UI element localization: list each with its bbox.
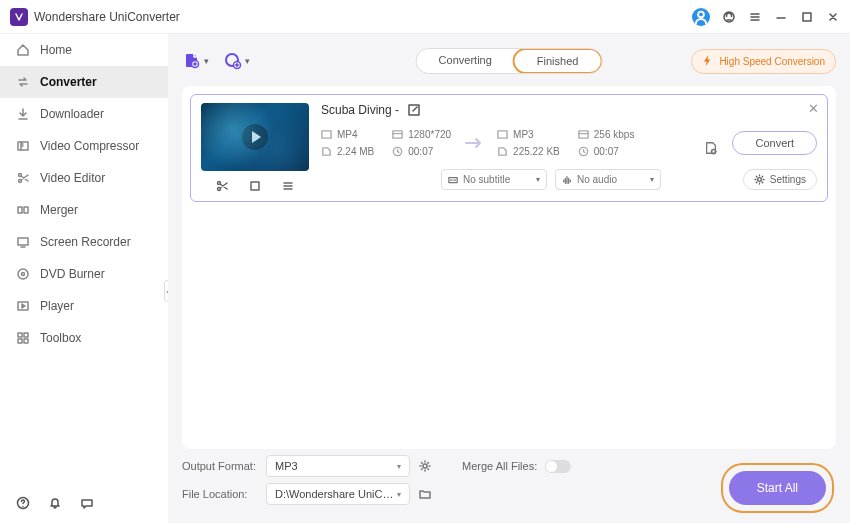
file-info: Scuba Diving - MP4 1280*720 2.24 MB 00:0… — [321, 103, 817, 193]
high-speed-label: High Speed Conversion — [719, 56, 825, 67]
chevron-down-icon: ▾ — [397, 490, 401, 499]
svg-point-10 — [22, 273, 25, 276]
svg-point-9 — [18, 269, 28, 279]
grid-icon — [16, 331, 30, 345]
dst-format: MP3 — [513, 129, 534, 140]
user-avatar[interactable] — [692, 8, 710, 26]
sidebar-item-home[interactable]: Home — [0, 34, 168, 66]
svg-point-0 — [698, 11, 704, 17]
file-settings-button[interactable]: Settings — [743, 169, 817, 190]
subtitle-value: No subtitle — [463, 174, 510, 185]
src-resolution: 1280*720 — [408, 129, 451, 140]
merger-icon — [16, 203, 30, 217]
sidebar-item-label: Toolbox — [40, 331, 81, 345]
dst-size: 225.22 KB — [513, 146, 560, 157]
card-close-icon[interactable]: ✕ — [808, 101, 819, 116]
chevron-down-icon: ▾ — [536, 175, 540, 184]
add-url-button[interactable]: ▾ — [223, 51, 250, 71]
audio-select[interactable]: No audio ▾ — [555, 169, 661, 190]
high-speed-button[interactable]: High Speed Conversion — [691, 49, 836, 74]
tab-converting[interactable]: Converting — [417, 49, 514, 73]
sidebar-item-label: Player — [40, 299, 74, 313]
add-file-button[interactable]: ▾ — [182, 51, 209, 71]
sidebar-item-recorder[interactable]: Screen Recorder — [0, 226, 168, 258]
sidebar-item-label: Home — [40, 43, 72, 57]
sidebar-item-editor[interactable]: Video Editor — [0, 162, 168, 194]
output-format-select[interactable]: MP3 ▾ — [266, 455, 410, 477]
tab-finished[interactable]: Finished — [513, 48, 603, 74]
start-all-button[interactable]: Start All — [729, 471, 826, 505]
status-tabs: Converting Finished — [416, 48, 603, 74]
sidebar-item-dvd[interactable]: DVD Burner — [0, 258, 168, 290]
start-all-highlight: Start All — [721, 463, 834, 513]
sidebar-item-toolbox[interactable]: Toolbox — [0, 322, 168, 354]
sidebar-item-label: Merger — [40, 203, 78, 217]
minimize-icon[interactable] — [774, 10, 788, 24]
trim-icon[interactable] — [215, 179, 229, 193]
svg-rect-25 — [393, 131, 402, 138]
thumb-tools — [201, 179, 309, 193]
file-list: ✕ Scuba Diving - — [182, 86, 836, 449]
sidebar-item-downloader[interactable]: Downloader — [0, 98, 168, 130]
file-location-label: File Location: — [182, 488, 258, 500]
target-specs: MP3 256 kbps 225.22 KB 00:07 — [497, 129, 634, 157]
play-icon — [16, 299, 30, 313]
home-icon — [16, 43, 30, 57]
subtitle-select[interactable]: No subtitle ▾ — [441, 169, 547, 190]
close-icon[interactable] — [826, 10, 840, 24]
output-format-value: MP3 — [275, 460, 298, 472]
dst-duration: 00:07 — [594, 146, 619, 157]
settings-label: Settings — [770, 174, 806, 185]
merge-label: Merge All Files: — [462, 460, 537, 472]
file-location-value: D:\Wondershare UniConverter — [275, 488, 397, 500]
scissors-icon — [16, 171, 30, 185]
menu-icon[interactable] — [748, 10, 762, 24]
dst-bitrate: 256 kbps — [594, 129, 635, 140]
sidebar-item-label: Downloader — [40, 107, 104, 121]
svg-rect-15 — [24, 339, 28, 343]
svg-rect-24 — [322, 131, 331, 138]
recorder-icon — [16, 235, 30, 249]
svg-rect-2 — [803, 13, 811, 21]
maximize-icon[interactable] — [800, 10, 814, 24]
output-format-label: Output Format: — [182, 460, 258, 472]
titlebar: Wondershare UniConverter — [0, 0, 850, 34]
support-icon[interactable] — [722, 10, 736, 24]
svg-rect-8 — [18, 238, 28, 245]
sidebar-item-converter[interactable]: Converter — [0, 66, 168, 98]
sidebar-item-label: Video Compressor — [40, 139, 139, 153]
output-settings-icon[interactable] — [704, 141, 718, 155]
video-thumbnail[interactable] — [201, 103, 309, 171]
file-location-select[interactable]: D:\Wondershare UniConverter ▾ — [266, 483, 410, 505]
chevron-down-icon: ▾ — [245, 56, 250, 66]
crop-icon[interactable] — [248, 179, 262, 193]
src-duration: 00:07 — [408, 146, 433, 157]
sidebar-footer — [0, 486, 168, 523]
open-folder-icon[interactable] — [418, 487, 432, 501]
feedback-icon[interactable] — [80, 496, 94, 510]
svg-rect-12 — [18, 333, 22, 337]
effects-icon[interactable] — [281, 179, 295, 193]
sidebar-item-label: Screen Recorder — [40, 235, 131, 249]
chevron-down-icon: ▾ — [650, 175, 654, 184]
converter-icon — [16, 75, 30, 89]
add-ring-icon — [223, 51, 243, 71]
chevron-down-icon: ▾ — [397, 462, 401, 471]
title-controls — [692, 8, 840, 26]
edit-title-icon[interactable] — [407, 103, 421, 117]
svg-rect-13 — [24, 333, 28, 337]
format-settings-icon[interactable] — [418, 459, 432, 473]
sidebar-item-player[interactable]: Player — [0, 290, 168, 322]
merge-toggle[interactable] — [545, 460, 571, 473]
help-icon[interactable] — [16, 496, 30, 510]
convert-button[interactable]: Convert — [732, 131, 817, 155]
sidebar-item-label: DVD Burner — [40, 267, 105, 281]
svg-point-33 — [423, 464, 427, 468]
app-logo — [10, 8, 28, 26]
sidebar-item-merger[interactable]: Merger — [0, 194, 168, 226]
disc-icon — [16, 267, 30, 281]
bell-icon[interactable] — [48, 496, 62, 510]
source-specs: MP4 1280*720 2.24 MB 00:07 — [321, 129, 451, 157]
sidebar-item-compressor[interactable]: Video Compressor — [0, 130, 168, 162]
brand: Wondershare UniConverter — [10, 8, 180, 26]
